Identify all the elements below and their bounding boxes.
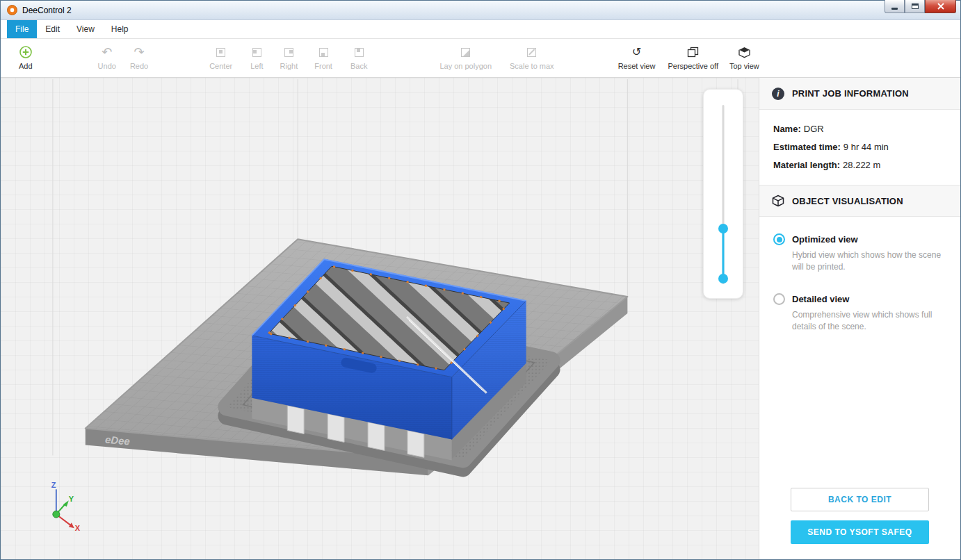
undo-label: Undo: [98, 62, 116, 70]
menu-view[interactable]: View: [68, 20, 103, 38]
menubar: File Edit View Help: [1, 20, 960, 39]
undo-button[interactable]: ↶ Undo: [98, 46, 116, 70]
undo-icon: ↶: [102, 46, 112, 58]
print-job-title: PRINT JOB INFORMATION: [792, 88, 909, 99]
titlebar: DeeControl 2: [1, 1, 960, 20]
window-controls: [885, 0, 956, 13]
scale-to-max-label: Scale to max: [510, 62, 554, 70]
cube-icon: [772, 195, 784, 207]
layer-range-slider[interactable]: [703, 89, 743, 299]
center-label: Center: [209, 62, 232, 70]
job-time-value: 9 hr 44 min: [843, 142, 889, 152]
center-view-icon: [216, 46, 225, 58]
reset-view-button[interactable]: ↺ Reset view: [618, 46, 656, 70]
redo-label: Redo: [130, 62, 148, 70]
axis-x-arrow: [69, 522, 74, 528]
left-view-icon: [252, 46, 261, 58]
axis-x-label: X: [75, 524, 81, 532]
optimized-view-label[interactable]: Optimized view: [792, 234, 858, 245]
right-label: Right: [280, 62, 298, 70]
left-view-button[interactable]: Left: [250, 46, 263, 70]
viewport-3d[interactable]: eDee: [1, 78, 759, 559]
reset-view-icon: ↺: [632, 46, 641, 58]
app-logo-icon: [7, 5, 17, 15]
job-name-value: DGR: [804, 124, 824, 134]
detailed-view-description: Comprehensive view which shows full deta…: [792, 309, 944, 333]
front-view-icon: [319, 46, 328, 58]
layer-slider-handle-lower[interactable]: [718, 274, 728, 283]
back-view-button[interactable]: Back: [350, 46, 367, 70]
back-view-icon: [355, 46, 364, 58]
send-to-safeq-button[interactable]: SEND TO YSOFT SAFEQ: [791, 520, 929, 544]
axis-y-label: Y: [69, 495, 74, 503]
menu-edit[interactable]: Edit: [37, 20, 68, 38]
top-view-label: Top view: [729, 62, 759, 70]
redo-icon: ↷: [134, 46, 144, 58]
main-area: eDee: [1, 78, 960, 559]
job-material-label: Material length:: [773, 160, 840, 170]
right-view-button[interactable]: Right: [280, 46, 298, 70]
info-icon: [772, 88, 784, 100]
center-view-button[interactable]: Center: [209, 46, 232, 70]
left-label: Left: [250, 62, 263, 70]
job-material-value: 28.222 m: [843, 160, 880, 170]
lay-on-polygon-icon: [461, 46, 470, 58]
minimize-icon: [891, 8, 898, 10]
lay-on-polygon-button[interactable]: Lay on polygon: [439, 46, 492, 70]
front-view-button[interactable]: Front: [314, 46, 332, 70]
bed-logo: eDee: [104, 434, 130, 447]
redo-button[interactable]: ↷ Redo: [130, 46, 148, 70]
top-view-icon: [738, 46, 750, 58]
visualisation-header: OBJECT VISUALISATION: [759, 185, 960, 217]
axis-origin: [53, 511, 60, 518]
sidebar: PRINT JOB INFORMATION Name:DGR Estimated…: [759, 78, 960, 559]
radio-detailed-view[interactable]: [773, 293, 785, 305]
right-view-icon: [284, 46, 293, 58]
detailed-view-label[interactable]: Detailed view: [792, 294, 849, 304]
window-title: DeeControl 2: [22, 6, 72, 15]
minimize-button[interactable]: [885, 0, 905, 13]
add-label: Add: [19, 62, 33, 70]
add-icon: [19, 46, 32, 58]
scale-to-max-button[interactable]: Scale to max: [510, 46, 554, 70]
axis-z-label: Z: [51, 481, 56, 489]
close-icon: [937, 3, 944, 10]
back-label: Back: [350, 62, 367, 70]
layer-slider-active-range: [722, 229, 725, 279]
close-button[interactable]: [925, 0, 956, 13]
perspective-icon: [687, 46, 699, 58]
maximize-icon: [912, 3, 919, 9]
maximize-button[interactable]: [905, 0, 925, 13]
job-time-row: Estimated time:9 hr 44 min: [773, 142, 946, 152]
print-job-info: Name:DGR Estimated time:9 hr 44 min Mate…: [759, 110, 960, 185]
job-name-label: Name:: [773, 124, 801, 134]
top-view-button[interactable]: Top view: [729, 46, 759, 70]
viewport-3d-scene[interactable]: eDee: [1, 78, 759, 559]
optimized-view-description: Hybrid view which shows how the scene wi…: [792, 249, 944, 274]
option-detailed-view: Detailed view Comprehensive view which s…: [773, 293, 946, 333]
app-window: DeeControl 2 File Edit View Help Add ↶ U…: [0, 0, 961, 560]
perspective-toggle-button[interactable]: Perspective off: [668, 46, 718, 70]
layer-slider-handle-upper[interactable]: [718, 224, 728, 233]
menu-file[interactable]: File: [7, 20, 37, 38]
print-job-header: PRINT JOB INFORMATION: [759, 78, 960, 110]
sidebar-actions: BACK TO EDIT SEND TO YSOFT SAFEQ: [759, 488, 960, 559]
front-label: Front: [314, 62, 332, 70]
menu-help[interactable]: Help: [103, 20, 137, 38]
toolbar: Add ↶ Undo ↷ Redo Center Left Right Fron…: [1, 39, 960, 78]
job-material-row: Material length:28.222 m: [773, 160, 946, 170]
visualisation-title: OBJECT VISUALISATION: [792, 196, 903, 206]
lay-on-polygon-label: Lay on polygon: [439, 62, 492, 70]
reset-view-label: Reset view: [618, 62, 656, 70]
add-button[interactable]: Add: [19, 46, 33, 70]
back-to-edit-button[interactable]: BACK TO EDIT: [791, 488, 929, 511]
radio-optimized-view[interactable]: [773, 233, 785, 245]
visualisation-options: Optimized view Hybrid view which shows h…: [759, 217, 960, 353]
perspective-label: Perspective off: [668, 62, 718, 70]
job-name-row: Name:DGR: [773, 124, 946, 134]
axis-gizmo: Z Y X: [51, 481, 81, 532]
scale-to-max-icon: [527, 46, 536, 58]
option-optimized-view: Optimized view Hybrid view which shows h…: [773, 233, 946, 274]
job-time-label: Estimated time:: [773, 142, 841, 152]
